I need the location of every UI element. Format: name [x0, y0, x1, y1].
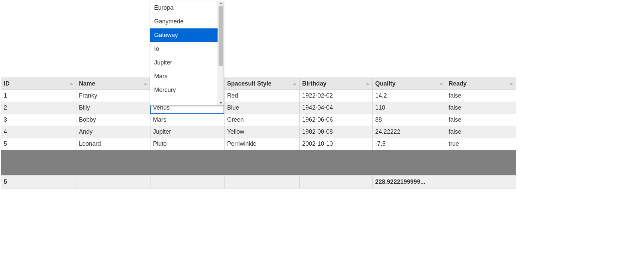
column-label: Quality	[375, 80, 396, 87]
table-row: 3 Bobby Mars Green 1962-06-06 88 false	[1, 114, 516, 126]
cell-spacesuit[interactable]: Red	[224, 90, 299, 102]
destination-dropdown[interactable]: Europa Ganymede Gateway Io Jupiter Mars …	[150, 1, 224, 106]
dropdown-option[interactable]: Ganymede	[150, 15, 218, 28]
cell-id[interactable]: 4	[1, 126, 76, 138]
cell-spacesuit[interactable]: Yellow	[224, 126, 299, 138]
sort-asc-icon[interactable]	[509, 83, 513, 85]
cell-name[interactable]: Franky	[76, 90, 150, 102]
footer-name	[76, 175, 150, 189]
dropdown-options: Europa Ganymede Gateway Io Jupiter Mars …	[150, 1, 218, 105]
column-label: Spacesuit Style	[227, 80, 272, 87]
scroll-thumb[interactable]	[219, 6, 223, 66]
cell-id[interactable]: 5	[1, 138, 76, 150]
footer-birthday	[299, 175, 372, 189]
table-row: 5 Leonard Pluto Perriwinkle 2002-10-10 -…	[1, 138, 516, 150]
column-label: ID	[4, 80, 10, 87]
cell-birthday[interactable]: 1982-08-08	[299, 126, 372, 138]
cell-spacesuit[interactable]: Green	[224, 114, 299, 126]
footer-destination	[150, 175, 224, 189]
sort-asc-icon[interactable]	[439, 83, 443, 85]
dropdown-option[interactable]: Jupiter	[150, 56, 218, 70]
cell-quality[interactable]: 88	[372, 114, 446, 126]
cell-quality[interactable]: 110	[372, 102, 446, 114]
cell-birthday[interactable]: 1942-04-04	[299, 102, 372, 114]
dropdown-scrollbar[interactable]	[218, 1, 224, 105]
cell-birthday[interactable]: 1922-02-02	[299, 90, 372, 102]
cell-spacesuit[interactable]: Perriwinkle	[224, 138, 299, 150]
dropdown-option[interactable]: Mars	[150, 70, 218, 83]
column-label: Birthday	[302, 80, 327, 87]
column-header-name[interactable]: Name	[76, 78, 150, 90]
dropdown-option-selected[interactable]: Gateway	[150, 28, 218, 42]
scroll-down-icon[interactable]	[219, 102, 223, 104]
cell-id[interactable]: 2	[1, 102, 76, 114]
table-row: 2 Billy Venus Blue 1942-04-04 110 false	[1, 102, 516, 114]
table-footer-row: 5 228.9222199999...	[1, 175, 516, 189]
cell-id[interactable]: 3	[1, 114, 76, 126]
column-header-spacesuit[interactable]: Spacesuit Style	[224, 78, 299, 90]
cell-ready[interactable]: false	[446, 126, 516, 138]
column-header-birthday[interactable]: Birthday	[299, 78, 372, 90]
cell-ready[interactable]: true	[446, 138, 516, 150]
dropdown-option[interactable]: Europa	[150, 1, 218, 15]
cell-destination[interactable]: Pluto	[150, 138, 224, 150]
footer-quality: 228.9222199999...	[372, 175, 446, 189]
cell-quality[interactable]: -7.5	[372, 138, 446, 150]
cell-id[interactable]: 1	[1, 90, 76, 102]
footer-spacesuit	[224, 175, 299, 189]
data-grid: ID Name Spacesuit Style Birthday	[1, 78, 516, 189]
dropdown-option[interactable]: Mercury	[150, 83, 218, 97]
cell-spacesuit[interactable]: Blue	[224, 102, 299, 114]
scroll-up-icon[interactable]	[219, 2, 223, 4]
grid-empty-area	[1, 150, 516, 175]
sort-asc-icon[interactable]	[143, 83, 147, 85]
sort-asc-icon[interactable]	[69, 83, 73, 85]
footer-id: 5	[1, 175, 76, 189]
cell-name[interactable]: Billy	[76, 102, 150, 114]
cell-ready[interactable]: false	[446, 114, 516, 126]
cell-destination[interactable]: Jupiter	[150, 126, 224, 138]
cell-quality[interactable]: 24.22222	[372, 126, 446, 138]
cell-name[interactable]: Leonard	[76, 138, 150, 150]
cell-ready[interactable]: false	[446, 102, 516, 114]
footer-ready	[446, 175, 516, 189]
sort-asc-icon[interactable]	[293, 83, 297, 85]
cell-ready[interactable]: false	[446, 90, 516, 102]
table-row: 1 Franky Red 1922-02-02 14.2 false	[1, 90, 516, 102]
column-header-quality[interactable]: Quality	[372, 78, 446, 90]
cell-birthday[interactable]: 2002-10-10	[299, 138, 372, 150]
cell-birthday[interactable]: 1962-06-06	[299, 114, 372, 126]
sort-asc-icon[interactable]	[366, 83, 370, 85]
dropdown-option[interactable]: Io	[150, 42, 218, 56]
cell-destination[interactable]: Mars	[150, 114, 224, 126]
cell-quality[interactable]: 14.2	[372, 90, 446, 102]
column-header-id[interactable]: ID	[1, 78, 76, 90]
column-label: Name	[79, 80, 95, 87]
cell-name[interactable]: Andy	[76, 126, 150, 138]
table-header-row: ID Name Spacesuit Style Birthday	[1, 78, 516, 90]
column-label: Ready	[449, 80, 467, 87]
column-header-ready[interactable]: Ready	[446, 78, 516, 90]
table-row: 4 Andy Jupiter Yellow 1982-08-08 24.2222…	[1, 126, 516, 138]
cell-name[interactable]: Bobby	[76, 114, 150, 126]
